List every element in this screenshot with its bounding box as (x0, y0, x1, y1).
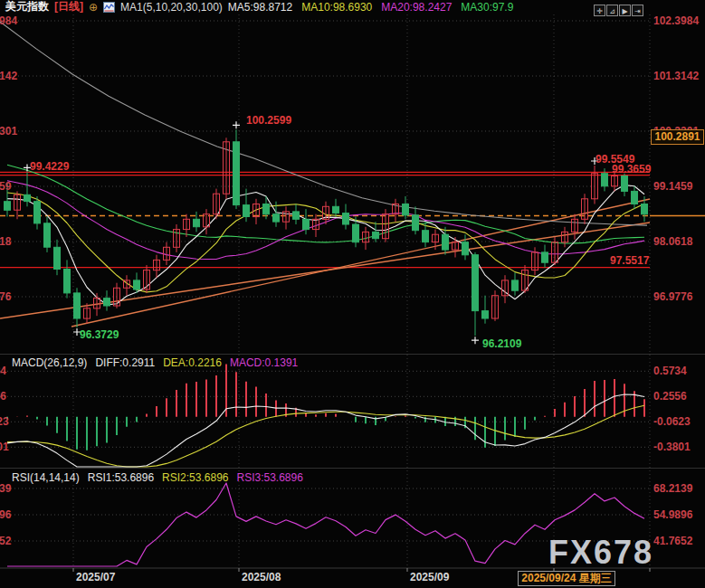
chart-header: 美元指数 [日线] ⊕ MA1(5,10,20,30,100) MA5:98.8… (5, 0, 513, 14)
left-axis-clipped-label: 100.2301 (0, 125, 6, 138)
price-annotation: 100.2599 (246, 114, 291, 127)
rsi-axis-label: 41.7652 (653, 535, 692, 547)
macd-axis-label: 0.2556 (653, 390, 687, 403)
price-axis-label: 98.0618 (653, 235, 692, 248)
rsi1-value: RSI1:53.6896 (88, 471, 154, 484)
ma-value-label: MA30:97.9 (461, 1, 513, 14)
left-axis-clipped-label: -0.3801 (0, 441, 6, 453)
chart-toolbar: ✛⊿▶⇥ (594, 5, 643, 16)
rsi-header: RSI(14,14,14) RSI1:53.6896 RSI2:53.6896 … (12, 471, 303, 484)
macd-dea-value: DEA:0.2216 (163, 356, 222, 369)
date-axis-label: 2025/07 (76, 571, 115, 583)
pan-icon[interactable]: ✛ (594, 5, 605, 16)
mini-chart-icon[interactable] (103, 2, 115, 13)
left-axis-clipped-label: 54.9896 (0, 508, 6, 521)
current-date-label: 2025/09/24 星期三 (518, 571, 615, 586)
left-axis-clipped-label: 101.3142 (0, 70, 6, 82)
exit-icon[interactable]: ⇥ (632, 5, 643, 16)
macd-header: MACD(26,12,9) DIFF:0.2911 DEA:0.2216 MAC… (12, 356, 298, 369)
symbol-title: 美元指数 (5, 0, 49, 14)
price-annotation: 99.3659 (612, 163, 651, 175)
rsi-axis-label: 54.9896 (653, 508, 692, 521)
macd-diff-value: DIFF:0.2911 (95, 356, 155, 369)
ma-settings-label: MA1(5,10,20,30,100) (120, 1, 223, 14)
left-axis-clipped-label: 68.2139 (0, 482, 6, 495)
play-icon[interactable]: ▶ (619, 5, 631, 16)
ma-value-label: MA20:98.2427 (381, 1, 452, 14)
rsi-title: RSI(14,14,14) (12, 471, 80, 484)
chart-window: 美元指数 [日线] ⊕ MA1(5,10,20,30,100) MA5:98.8… (0, 0, 705, 588)
price-axis-label: 101.3142 (653, 70, 699, 82)
ma-value-label: MA10:98.6930 (301, 1, 372, 14)
chart-canvas[interactable] (0, 0, 705, 588)
watermark: FX678 (548, 534, 653, 572)
macd-macd-value: MACD:0.1391 (230, 356, 298, 369)
macd-axis-label: 0.5734 (653, 365, 687, 377)
left-axis-clipped-label: 102.3984 (0, 14, 6, 27)
date-axis-label: 2025/09 (410, 571, 449, 583)
ma-values: MA5:98.8712MA10:98.6930MA20:98.2427MA30:… (228, 1, 514, 14)
rsi2-value: RSI2:53.6896 (162, 471, 228, 484)
macd-title: MACD(26,12,9) (12, 356, 87, 369)
price-axis-label: 102.3984 (653, 14, 699, 27)
left-axis-clipped-label: -0.0623 (0, 415, 6, 428)
price-annotation: 96.2109 (482, 337, 521, 350)
rsi3-value: RSI3:53.6896 (237, 471, 303, 484)
add-panel-icon[interactable]: ⊿ (606, 5, 618, 16)
price-annotation: 97.5517 (610, 254, 649, 267)
rsi-axis-label: 68.2139 (653, 482, 692, 495)
ma-value-label: MA5:98.8712 (228, 1, 292, 14)
price-axis-label: 99.1459 (653, 180, 692, 193)
macd-axis-label: -0.3801 (653, 441, 691, 453)
left-axis-clipped-label: 0.5734 (0, 365, 6, 377)
macd-axis-label: -0.0623 (653, 415, 691, 428)
left-axis-clipped-label: 98.0618 (0, 235, 6, 248)
date-axis-label: 2025/08 (242, 571, 281, 583)
left-axis-clipped-label: 99.1459 (0, 180, 6, 193)
period-label: [日线] (54, 0, 83, 14)
current-price-box: 100.2891 (651, 129, 704, 145)
left-axis-clipped-label: 0.2556 (0, 390, 6, 403)
price-annotation: 96.3729 (80, 328, 119, 341)
left-axis-clipped-label: 41.7652 (0, 535, 6, 547)
left-axis-clipped-label: 96.9776 (0, 290, 6, 303)
crosshair-icon[interactable]: ⊕ (89, 1, 98, 14)
price-axis-label: 96.9776 (653, 290, 692, 303)
price-annotation: 99.4229 (30, 160, 69, 173)
